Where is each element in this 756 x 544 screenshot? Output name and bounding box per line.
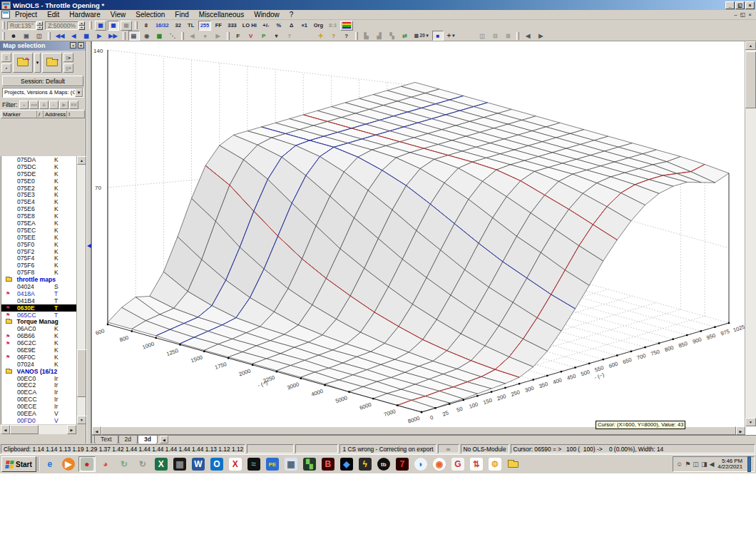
- scroll-down-icon[interactable]: ▼: [745, 418, 756, 426]
- palette-button[interactable]: [340, 21, 353, 31]
- rotation-stepper[interactable]: ▲▼: [36, 21, 43, 30]
- panel-close-button[interactable]: ×: [78, 42, 84, 48]
- panel-pin-button[interactable]: ▪: [70, 42, 76, 48]
- taskbar-icon-sync-2[interactable]: ↻: [134, 456, 151, 472]
- split-4-button[interactable]: ⊞: [502, 31, 514, 41]
- child-minimize-button[interactable]: –: [734, 11, 737, 18]
- map-row[interactable]: 075E2K: [1, 185, 76, 192]
- scroll-right-icon[interactable]: ▶: [67, 425, 76, 434]
- map-row[interactable]: 041B4T: [1, 297, 76, 304]
- column-slash[interactable]: /: [37, 111, 44, 118]
- factor-x1-button[interactable]: ×1: [299, 21, 310, 31]
- taskbar-icon-media-player[interactable]: ▶: [60, 456, 77, 472]
- scroll-up-icon[interactable]: ▲: [745, 41, 756, 50]
- save-map-button[interactable]: ▪: [1, 63, 11, 73]
- pane-right-button[interactable]: ▶: [535, 31, 546, 41]
- taskbar-icon-thunderbird[interactable]: ◗: [412, 456, 429, 472]
- filter-delta-button[interactable]: Δ: [39, 101, 48, 109]
- map-row[interactable]: 00FD0V: [1, 417, 76, 424]
- map-row[interactable]: 07024K: [1, 361, 76, 368]
- map-row[interactable]: ⚑065CCT: [1, 312, 76, 319]
- context-help-button[interactable]: ?: [284, 31, 295, 41]
- taskbar-icon-lockwise[interactable]: ◉: [431, 456, 448, 472]
- map-row[interactable]: 00EEAV: [1, 410, 76, 417]
- toolbar-grip[interactable]: [2, 21, 5, 29]
- swap-button[interactable]: ⇄: [399, 31, 411, 41]
- window-new-button[interactable]: ▣: [21, 31, 32, 41]
- close-button[interactable]: ×: [745, 1, 755, 9]
- map-row[interactable]: 075EAK: [1, 220, 76, 227]
- folder-row[interactable]: throttle maps: [1, 276, 76, 283]
- map-row[interactable]: 075EEK: [1, 234, 76, 241]
- menu-item-window[interactable]: Window: [249, 10, 285, 19]
- open-project-dropdown[interactable]: ▼: [34, 53, 41, 73]
- width-32-button[interactable]: 32: [173, 21, 184, 31]
- insert-map-button[interactable]: ▦: [154, 31, 165, 41]
- display-333-button[interactable]: 333: [225, 21, 239, 31]
- taskbar-icon-tb[interactable]: tb: [375, 456, 392, 472]
- column-flag[interactable]: !: [67, 111, 74, 118]
- throttle-surface-3d[interactable]: 6008001000125015001750200022503000400050…: [92, 41, 745, 426]
- start-button[interactable]: Start: [1, 456, 36, 472]
- frame-dropdown[interactable]: ▾: [271, 31, 282, 41]
- panel-splitter[interactable]: ◀: [86, 41, 91, 443]
- display-hilo-button[interactable]: LO HI: [240, 21, 259, 31]
- map-row[interactable]: 075DEK: [1, 170, 76, 178]
- taskbar-icon-ie[interactable]: e: [41, 456, 58, 472]
- scroll-thumb[interactable]: [77, 349, 86, 398]
- display-8-3-button[interactable]: 8:3: [327, 21, 339, 31]
- chart-vscrollbar[interactable]: ▲ ▼: [745, 41, 756, 426]
- map-list-hscrollbar[interactable]: ◀ ▶: [1, 425, 76, 434]
- zoom-field[interactable]: Z:50000%: [45, 21, 78, 30]
- width-tl-button[interactable]: TL: [185, 21, 197, 31]
- display-percent-button[interactable]: %: [273, 21, 285, 31]
- map-row[interactable]: ⚑06F0CK: [1, 354, 76, 361]
- restore-button[interactable]: ◱: [735, 1, 745, 9]
- map-row[interactable]: 075E6K: [1, 205, 76, 212]
- grid-size-dropdown[interactable]: ▥ 20 ▾: [412, 31, 431, 41]
- split-v-button[interactable]: ⊟: [489, 31, 501, 41]
- map-row[interactable]: 075F4K: [1, 255, 76, 262]
- map-row[interactable]: ⚑0630ET: [1, 304, 76, 312]
- open-project-button[interactable]: ↷: [13, 53, 33, 73]
- show-desktop-button[interactable]: [747, 456, 751, 472]
- taskbar-icon-g-app[interactable]: G: [449, 456, 466, 472]
- frame-f-button[interactable]: F: [233, 31, 244, 41]
- taskbar-icon-pe[interactable]: PE: [264, 456, 281, 472]
- menu-item-miscellaneous[interactable]: Miscellaneous: [194, 10, 249, 19]
- map-row[interactable]: 00EC2Ir: [1, 382, 76, 389]
- tray-icon-volume[interactable]: ◀: [709, 461, 714, 468]
- taskbar-icon-x-app[interactable]: X: [227, 456, 244, 472]
- filter-num-button[interactable]: nm: [29, 101, 39, 109]
- title-bar[interactable]: WinOLS - Throttle Opening * _ ◱ ×: [0, 0, 756, 10]
- map-row[interactable]: 00ECEIr: [1, 403, 76, 410]
- view-3d-button[interactable]: ▦: [108, 21, 119, 31]
- stats-1-button[interactable]: ▙: [361, 31, 372, 41]
- help-button[interactable]: ?: [328, 31, 339, 41]
- nav-next-button[interactable]: ▶: [93, 31, 105, 41]
- taskbar-icon-box-arrows[interactable]: ⇅: [468, 456, 485, 472]
- child-restore-button[interactable]: ◱: [740, 11, 746, 18]
- frame-p-button[interactable]: P: [258, 31, 270, 41]
- column-marker[interactable]: Marker: [1, 111, 37, 118]
- toolbar-grip[interactable]: [2, 32, 5, 40]
- pane-left-button[interactable]: ◀: [522, 31, 533, 41]
- zoom-stepper[interactable]: ▲▼: [78, 21, 85, 30]
- add-map-button[interactable]: ▯+: [63, 63, 73, 73]
- user-icon-button[interactable]: ☻: [8, 31, 19, 41]
- stats-2-button[interactable]: ▟: [374, 31, 385, 41]
- prev-marker-button[interactable]: ◀: [187, 31, 198, 41]
- taskbar-icon-flash-app[interactable]: ϟ: [357, 456, 374, 472]
- map-row[interactable]: ⚑06B66K: [1, 332, 76, 339]
- nav-first-button[interactable]: ◀◀: [53, 31, 66, 41]
- filter-compare-button[interactable]: «: [19, 101, 29, 109]
- search-map-button[interactable]: ◉: [141, 31, 153, 41]
- map-row[interactable]: 04024S: [1, 283, 76, 290]
- export-map-button[interactable]: ▯▸: [63, 53, 73, 62]
- display-delta-button[interactable]: Δ: [286, 21, 297, 31]
- scroll-left-icon[interactable]: ◀: [92, 426, 101, 435]
- menu-item-view[interactable]: View: [106, 10, 131, 19]
- session-button[interactable]: Session: Default: [2, 76, 83, 86]
- map-row[interactable]: 075F8K: [1, 269, 76, 276]
- taskbar-icon-winols[interactable]: ●: [78, 456, 96, 472]
